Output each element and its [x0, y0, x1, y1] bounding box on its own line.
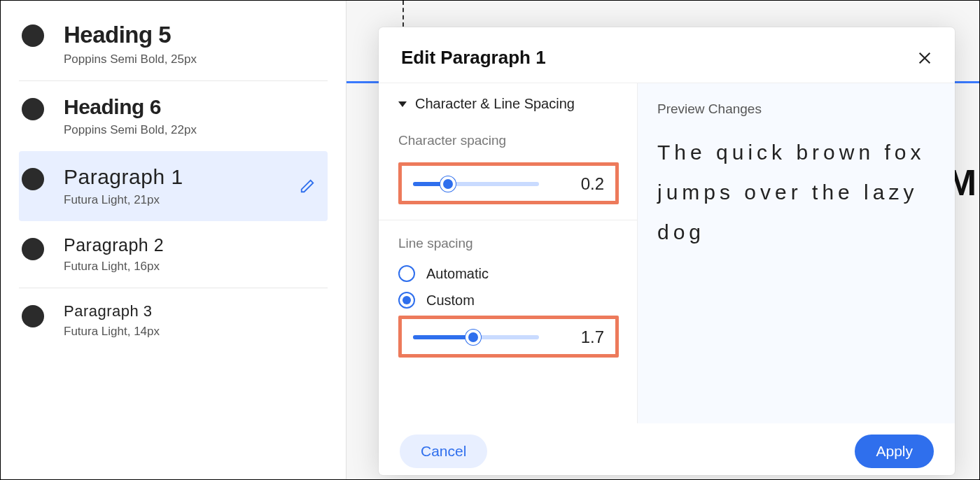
dialog-preview-pane: Preview Changes The quick brown fox jump… [638, 83, 955, 423]
character-spacing-value: 0.2 [567, 174, 604, 194]
style-caption: Futura Light, 21px [64, 193, 316, 207]
style-caption: Poppins Semi Bold, 22px [64, 123, 316, 137]
style-caption: Futura Light, 16px [64, 260, 316, 274]
apply-button[interactable]: Apply [855, 435, 934, 468]
style-swatch [22, 168, 44, 190]
style-name: Paragraph 2 [64, 235, 316, 255]
preview-text: The quick brown fox jumps over the lazy … [657, 132, 935, 252]
style-caption: Poppins Semi Bold, 25px [64, 52, 316, 66]
style-item-heading-6[interactable]: Heading 6 Poppins Semi Bold, 22px [19, 80, 328, 151]
style-swatch [22, 24, 44, 47]
dialog-header: Edit Paragraph 1 [379, 27, 955, 83]
line-spacing-radio-custom[interactable]: Custom [398, 292, 619, 309]
line-spacing-block: Line spacing Automatic Custom [379, 220, 637, 373]
style-item-paragraph-2[interactable]: Paragraph 2 Futura Light, 16px [19, 221, 328, 288]
dialog-body: Character & Line Spacing Character spaci… [379, 83, 955, 423]
radio-label: Automatic [426, 266, 489, 282]
style-swatch [22, 238, 44, 260]
line-spacing-label: Line spacing [398, 236, 619, 251]
dialog-controls-pane: Character & Line Spacing Character spaci… [379, 83, 638, 423]
caret-down-icon [398, 101, 407, 107]
style-item-paragraph-3[interactable]: Paragraph 3 Futura Light, 14px [19, 288, 328, 353]
close-icon[interactable] [917, 50, 932, 66]
edit-icon[interactable] [300, 178, 315, 194]
character-spacing-highlight: 0.2 [398, 162, 619, 204]
style-name: Heading 5 [64, 22, 316, 48]
line-spacing-value: 1.7 [567, 327, 604, 347]
preview-label: Preview Changes [657, 101, 935, 117]
radio-label: Custom [426, 292, 475, 309]
dialog-footer: Cancel Apply [379, 423, 955, 475]
style-swatch [22, 98, 44, 120]
text-styles-sidebar: Heading 5 Poppins Semi Bold, 25px Headin… [1, 1, 346, 479]
line-spacing-radio-group: Automatic Custom [398, 265, 619, 309]
character-spacing-block: Character spacing 0.2 [379, 118, 637, 220]
dialog-title: Edit Paragraph 1 [401, 47, 546, 69]
line-spacing-radio-automatic[interactable]: Automatic [398, 265, 619, 282]
style-name: Heading 6 [64, 95, 316, 119]
line-spacing-highlight: 1.7 [398, 316, 619, 358]
style-item-paragraph-1[interactable]: Paragraph 1 Futura Light, 21px [19, 151, 328, 221]
style-name: Paragraph 3 [64, 302, 316, 320]
edit-style-dialog: Edit Paragraph 1 Character & Line Spacin… [379, 27, 955, 475]
character-spacing-label: Character spacing [398, 133, 619, 148]
section-title: Character & Line Spacing [415, 96, 575, 112]
cancel-button[interactable]: Cancel [400, 435, 487, 468]
style-name: Paragraph 1 [64, 165, 316, 189]
style-item-heading-5[interactable]: Heading 5 Poppins Semi Bold, 25px [19, 8, 328, 80]
line-spacing-slider[interactable] [413, 329, 539, 346]
character-spacing-slider[interactable] [413, 176, 539, 192]
section-header-spacing[interactable]: Character & Line Spacing [379, 83, 637, 118]
style-swatch [22, 305, 44, 327]
style-caption: Futura Light, 14px [64, 325, 316, 339]
